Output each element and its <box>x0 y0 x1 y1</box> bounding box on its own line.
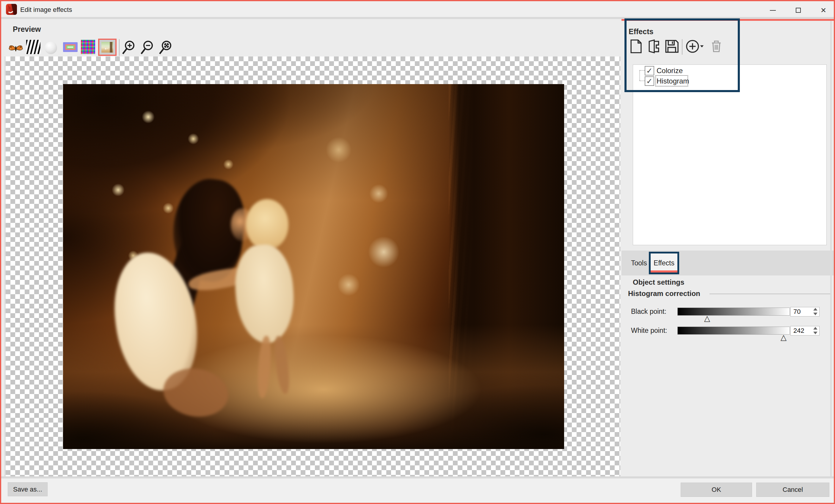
edit-image-effects-window: Edit image effects ✕ Preview <box>0 0 835 504</box>
check-icon: ✓ <box>646 66 653 76</box>
tab-tools[interactable]: Tools <box>629 251 649 275</box>
footer-divider <box>1 476 834 479</box>
top-divider <box>1 17 834 19</box>
cancel-button[interactable]: Cancel <box>756 483 829 497</box>
colorize-checkbox[interactable]: ✓ <box>645 66 654 76</box>
effects-list <box>633 64 827 245</box>
minimize-button[interactable] <box>762 2 783 18</box>
sample-zebra-thumb[interactable] <box>26 40 40 54</box>
add-effect-button[interactable] <box>685 38 705 55</box>
tab-effects[interactable]: Effects <box>651 253 677 273</box>
white-point-slider[interactable] <box>677 327 790 335</box>
frame-white-center <box>67 47 73 47</box>
histogram-checkbox[interactable]: ✓ <box>645 76 654 86</box>
tree-connector-histogram <box>639 81 645 81</box>
black-point-marker[interactable]: △ <box>704 314 710 322</box>
check-icon: ✓ <box>646 77 653 86</box>
right-panel-edge <box>830 19 832 476</box>
sample-rgb-grid-thumb[interactable] <box>81 40 95 54</box>
tree-connector-colorize <box>639 70 645 71</box>
sample-photo-thumb-selected[interactable] <box>98 39 117 56</box>
mini-photo-preview <box>101 42 113 52</box>
titlebar: Edit image effects ✕ <box>1 1 834 17</box>
close-button[interactable]: ✕ <box>813 2 834 18</box>
spinner-down-icon[interactable] <box>813 313 817 315</box>
black-point-spinner[interactable] <box>813 308 818 315</box>
sample-butterfly-thumb[interactable] <box>8 45 22 53</box>
black-point-slider[interactable] <box>677 308 790 316</box>
zoom-in-button[interactable] <box>121 40 136 55</box>
histogram-label[interactable]: Histogram <box>657 77 689 85</box>
tab-effects-active-underline <box>651 270 677 273</box>
maximize-button[interactable] <box>788 2 809 18</box>
sample-sphere-thumb[interactable] <box>45 42 57 54</box>
delete-effect-button[interactable] <box>709 38 726 55</box>
window-title: Edit image effects <box>20 2 72 17</box>
preview-image <box>63 84 564 449</box>
frame-green-ring <box>66 45 74 49</box>
white-point-marker[interactable]: △ <box>780 333 787 341</box>
histogram-correction-header: Histogram correction <box>628 290 700 298</box>
new-effect-file-button[interactable] <box>628 38 645 55</box>
zoom-fit-button[interactable] <box>158 40 173 55</box>
save-as-button[interactable]: Save as... <box>8 482 47 496</box>
minimize-icon <box>770 10 776 11</box>
white-point-field-wrap <box>790 326 819 336</box>
save-effect-file-button[interactable] <box>663 38 680 55</box>
toolbar-separator <box>119 39 120 56</box>
spinner-up-icon[interactable] <box>813 308 817 311</box>
spinner-up-icon[interactable] <box>813 327 817 330</box>
maximize-icon <box>796 8 801 13</box>
ok-button[interactable]: OK <box>681 483 752 497</box>
photo-child-hair <box>246 199 288 250</box>
effects-header: Effects <box>629 27 653 36</box>
tree-connector-vertical <box>639 70 640 81</box>
open-effect-file-button[interactable] <box>646 38 663 55</box>
white-point-spinner[interactable] <box>813 327 818 334</box>
colorize-label[interactable]: Colorize <box>657 67 683 75</box>
zoom-out-button[interactable] <box>139 40 155 55</box>
spinner-down-icon[interactable] <box>813 332 817 334</box>
histogram-correction-divider <box>710 294 831 294</box>
object-settings-header: Object settings <box>633 278 684 287</box>
effects-panel-accent-line <box>622 19 834 21</box>
app-icon <box>6 4 17 15</box>
close-icon: ✕ <box>820 7 827 14</box>
white-point-label: White point: <box>631 326 667 335</box>
black-point-label: Black point: <box>631 307 666 316</box>
sample-gradient-frame-thumb[interactable] <box>63 42 78 52</box>
effects-toolbar-separator <box>682 39 683 55</box>
black-point-field-wrap <box>790 307 819 316</box>
preview-header: Preview <box>13 25 41 34</box>
frame-red-ring <box>65 44 76 50</box>
